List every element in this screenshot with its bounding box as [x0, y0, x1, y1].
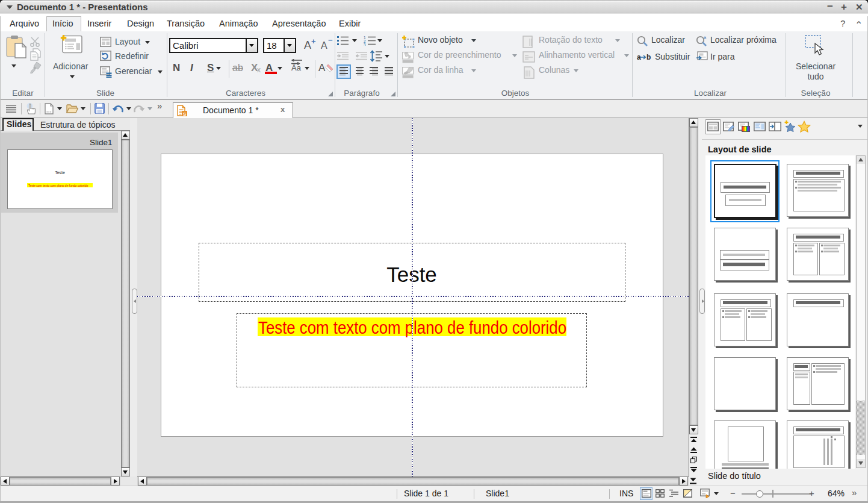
svg-text:3: 3 [364, 43, 366, 46]
svg-text:S: S [183, 111, 187, 117]
